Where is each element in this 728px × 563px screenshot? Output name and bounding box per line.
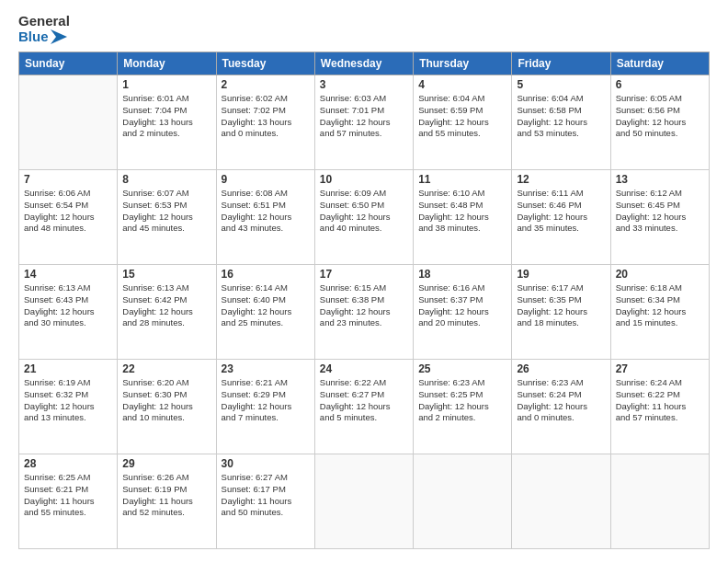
calendar-day-cell: 20Sunrise: 6:18 AMSunset: 6:34 PMDayligh… xyxy=(610,265,709,360)
day-info: Sunrise: 6:04 AMSunset: 6:58 PMDaylight:… xyxy=(517,93,605,140)
day-number: 16 xyxy=(222,268,310,281)
day-info: Sunrise: 6:16 AMSunset: 6:37 PMDaylight:… xyxy=(418,282,506,329)
day-info: Sunrise: 6:01 AMSunset: 7:04 PMDaylight:… xyxy=(122,93,210,140)
calendar-day-cell: 7Sunrise: 6:06 AMSunset: 6:54 PMDaylight… xyxy=(19,170,118,265)
calendar-day-cell: 5Sunrise: 6:04 AMSunset: 6:58 PMDaylight… xyxy=(512,75,610,170)
calendar-day-cell: 26Sunrise: 6:23 AMSunset: 6:24 PMDayligh… xyxy=(512,360,610,454)
calendar-day-cell: 19Sunrise: 6:17 AMSunset: 6:35 PMDayligh… xyxy=(512,265,610,360)
day-info: Sunrise: 6:04 AMSunset: 6:59 PMDaylight:… xyxy=(418,93,506,140)
day-info: Sunrise: 6:02 AMSunset: 7:02 PMDaylight:… xyxy=(222,93,310,140)
day-info: Sunrise: 6:14 AMSunset: 6:40 PMDaylight:… xyxy=(222,282,310,329)
calendar-day-cell: 17Sunrise: 6:15 AMSunset: 6:38 PMDayligh… xyxy=(314,265,413,360)
day-number: 19 xyxy=(517,268,605,281)
day-info: Sunrise: 6:13 AMSunset: 6:43 PMDaylight:… xyxy=(24,282,112,329)
day-info: Sunrise: 6:27 AMSunset: 6:17 PMDaylight:… xyxy=(222,472,310,519)
logo: General Blue xyxy=(18,14,70,44)
calendar-week-row: 21Sunrise: 6:19 AMSunset: 6:32 PMDayligh… xyxy=(19,360,710,454)
day-info: Sunrise: 6:13 AMSunset: 6:42 PMDaylight:… xyxy=(122,282,210,329)
calendar-day-cell: 8Sunrise: 6:07 AMSunset: 6:53 PMDaylight… xyxy=(118,170,216,265)
logo-arrow-icon xyxy=(51,29,67,44)
calendar-day-cell: 22Sunrise: 6:20 AMSunset: 6:30 PMDayligh… xyxy=(118,360,216,454)
svg-marker-0 xyxy=(51,29,67,44)
day-number: 17 xyxy=(320,268,408,281)
calendar-day-cell xyxy=(414,454,512,549)
day-info: Sunrise: 6:10 AMSunset: 6:48 PMDaylight:… xyxy=(418,188,506,235)
weekday-header-row: SundayMondayTuesdayWednesdayThursdayFrid… xyxy=(19,52,710,75)
day-number: 30 xyxy=(222,457,310,470)
logo-blue: Blue xyxy=(18,29,49,45)
calendar-week-row: 14Sunrise: 6:13 AMSunset: 6:43 PMDayligh… xyxy=(19,265,710,360)
weekday-header-cell: Wednesday xyxy=(314,52,413,75)
day-number: 7 xyxy=(24,173,112,186)
calendar-day-cell: 12Sunrise: 6:11 AMSunset: 6:46 PMDayligh… xyxy=(512,170,610,265)
calendar-day-cell: 16Sunrise: 6:14 AMSunset: 6:40 PMDayligh… xyxy=(216,265,314,360)
calendar-day-cell: 18Sunrise: 6:16 AMSunset: 6:37 PMDayligh… xyxy=(414,265,512,360)
calendar-day-cell xyxy=(314,454,413,549)
weekday-header-cell: Tuesday xyxy=(216,52,314,75)
weekday-header-cell: Saturday xyxy=(610,52,709,75)
day-number: 10 xyxy=(320,173,408,186)
day-number: 13 xyxy=(616,173,704,186)
day-info: Sunrise: 6:25 AMSunset: 6:21 PMDaylight:… xyxy=(24,472,112,519)
day-number: 3 xyxy=(320,78,408,91)
calendar-day-cell: 10Sunrise: 6:09 AMSunset: 6:50 PMDayligh… xyxy=(314,170,413,265)
day-number: 23 xyxy=(222,362,310,375)
calendar-day-cell xyxy=(512,454,610,549)
calendar-week-row: 7Sunrise: 6:06 AMSunset: 6:54 PMDaylight… xyxy=(19,170,710,265)
day-info: Sunrise: 6:08 AMSunset: 6:51 PMDaylight:… xyxy=(222,188,310,235)
day-info: Sunrise: 6:19 AMSunset: 6:32 PMDaylight:… xyxy=(24,377,112,424)
calendar-week-row: 28Sunrise: 6:25 AMSunset: 6:21 PMDayligh… xyxy=(19,454,710,549)
calendar-table: SundayMondayTuesdayWednesdayThursdayFrid… xyxy=(18,52,710,549)
day-number: 4 xyxy=(418,78,506,91)
day-info: Sunrise: 6:26 AMSunset: 6:19 PMDaylight:… xyxy=(122,472,210,519)
calendar-day-cell: 21Sunrise: 6:19 AMSunset: 6:32 PMDayligh… xyxy=(19,360,118,454)
calendar-day-cell: 15Sunrise: 6:13 AMSunset: 6:42 PMDayligh… xyxy=(118,265,216,360)
calendar-day-cell: 13Sunrise: 6:12 AMSunset: 6:45 PMDayligh… xyxy=(610,170,709,265)
day-info: Sunrise: 6:22 AMSunset: 6:27 PMDaylight:… xyxy=(320,377,408,424)
day-info: Sunrise: 6:18 AMSunset: 6:34 PMDaylight:… xyxy=(616,282,704,329)
day-info: Sunrise: 6:23 AMSunset: 6:25 PMDaylight:… xyxy=(418,377,506,424)
weekday-header-cell: Friday xyxy=(512,52,610,75)
day-number: 25 xyxy=(418,362,506,375)
day-number: 22 xyxy=(122,362,210,375)
day-number: 9 xyxy=(222,173,310,186)
day-number: 11 xyxy=(418,173,506,186)
day-number: 14 xyxy=(24,268,112,281)
weekday-header-cell: Thursday xyxy=(414,52,512,75)
day-number: 8 xyxy=(122,173,210,186)
day-info: Sunrise: 6:21 AMSunset: 6:29 PMDaylight:… xyxy=(222,377,310,424)
calendar-day-cell: 25Sunrise: 6:23 AMSunset: 6:25 PMDayligh… xyxy=(414,360,512,454)
day-info: Sunrise: 6:24 AMSunset: 6:22 PMDaylight:… xyxy=(616,377,704,424)
calendar-week-row: 1Sunrise: 6:01 AMSunset: 7:04 PMDaylight… xyxy=(19,75,710,170)
day-number: 27 xyxy=(616,362,704,375)
day-info: Sunrise: 6:17 AMSunset: 6:35 PMDaylight:… xyxy=(517,282,605,329)
calendar-day-cell: 6Sunrise: 6:05 AMSunset: 6:56 PMDaylight… xyxy=(610,75,709,170)
day-number: 24 xyxy=(320,362,408,375)
day-number: 6 xyxy=(616,78,704,91)
day-number: 12 xyxy=(517,173,605,186)
calendar-day-cell: 27Sunrise: 6:24 AMSunset: 6:22 PMDayligh… xyxy=(610,360,709,454)
weekday-header-cell: Sunday xyxy=(19,52,118,75)
calendar-day-cell: 29Sunrise: 6:26 AMSunset: 6:19 PMDayligh… xyxy=(118,454,216,549)
day-number: 21 xyxy=(24,362,112,375)
calendar-day-cell: 4Sunrise: 6:04 AMSunset: 6:59 PMDaylight… xyxy=(414,75,512,170)
calendar-day-cell: 1Sunrise: 6:01 AMSunset: 7:04 PMDaylight… xyxy=(118,75,216,170)
day-number: 28 xyxy=(24,457,112,470)
day-info: Sunrise: 6:09 AMSunset: 6:50 PMDaylight:… xyxy=(320,188,408,235)
calendar-day-cell: 2Sunrise: 6:02 AMSunset: 7:02 PMDaylight… xyxy=(216,75,314,170)
day-info: Sunrise: 6:11 AMSunset: 6:46 PMDaylight:… xyxy=(517,188,605,235)
day-number: 2 xyxy=(222,78,310,91)
day-info: Sunrise: 6:20 AMSunset: 6:30 PMDaylight:… xyxy=(122,377,210,424)
day-info: Sunrise: 6:15 AMSunset: 6:38 PMDaylight:… xyxy=(320,282,408,329)
calendar-day-cell xyxy=(19,75,118,170)
weekday-header-cell: Monday xyxy=(118,52,216,75)
calendar-day-cell xyxy=(610,454,709,549)
day-info: Sunrise: 6:07 AMSunset: 6:53 PMDaylight:… xyxy=(122,188,210,235)
calendar-day-cell: 9Sunrise: 6:08 AMSunset: 6:51 PMDaylight… xyxy=(216,170,314,265)
day-number: 1 xyxy=(122,78,210,91)
day-number: 18 xyxy=(418,268,506,281)
calendar-body: 1Sunrise: 6:01 AMSunset: 7:04 PMDaylight… xyxy=(19,75,710,549)
calendar-day-cell: 24Sunrise: 6:22 AMSunset: 6:27 PMDayligh… xyxy=(314,360,413,454)
logo-general: General xyxy=(18,14,70,29)
day-info: Sunrise: 6:06 AMSunset: 6:54 PMDaylight:… xyxy=(24,188,112,235)
